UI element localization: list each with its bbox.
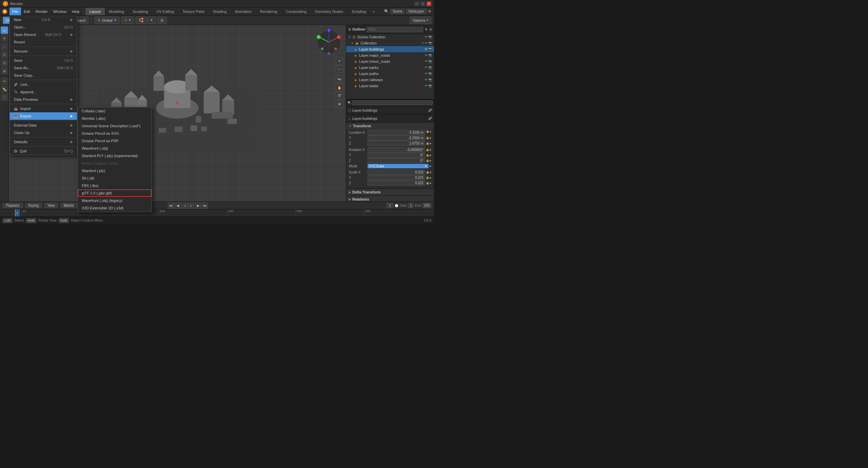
tab-texture-paint[interactable]: Texture Paint [178,8,208,15]
location-y-lock[interactable]: 🔒 [426,136,429,139]
layer-railways-camera[interactable]: 📷 [428,78,432,81]
tab-sculpting[interactable]: Sculpting [129,8,152,15]
export-stanford-ply-exp[interactable]: Stanford PLY (.ply) (experimental) [78,152,152,160]
file-menu-item[interactable]: File [9,7,21,15]
help-menu-item[interactable]: Help [69,7,82,15]
tab-modeling[interactable]: Modeling [105,8,129,15]
rotation-y-field[interactable]: 0° [368,153,425,158]
layer-parks-item[interactable]: ◈ Layer:parks 👁 📷 [346,64,434,71]
rotation-z-lock[interactable]: 🔒 [426,159,429,162]
zoom-out-button[interactable]: − [336,65,343,73]
location-x-field[interactable]: 4.3206 m [368,130,425,135]
export-x3d[interactable]: X3D Extensible 3D (.x3d) [78,204,152,212]
zoom-in-button[interactable]: + [336,57,343,65]
layer-railways-eye[interactable]: 👁 [425,78,428,81]
menu-import[interactable]: 📥 Import ▶ [10,105,77,112]
export-alembic[interactable]: Alembic (.abc) [78,115,152,122]
object-link-icon[interactable]: 🔗 [428,109,432,112]
export-usd[interactable]: Universal Scene Description (.usd*) [78,122,152,130]
menu-recover[interactable]: Recover ▶ [10,48,77,55]
export-wavefront-legacy[interactable]: Wavefront (.obj) (legacy) [78,197,152,204]
collection-eye-icon[interactable]: 👁 [425,41,428,45]
layer-paths-item[interactable]: ◈ Layer:paths 👁 📷 [346,71,434,77]
layer-buildings-eye[interactable]: 👁 [425,48,428,51]
playback-btn[interactable]: Playback [3,203,23,208]
rotation-mode-anim[interactable]: ◆ [429,165,431,168]
tab-uv-editing[interactable]: UV Editing [152,8,178,15]
end-frame-field[interactable]: 250 [422,203,431,208]
scale-x-anim[interactable]: ◆ [429,171,431,174]
layer-parks-eye[interactable]: 👁 [425,66,428,69]
step-back-button[interactable]: ◀ [175,203,181,209]
navigation-gizmo[interactable]: X Y Z [315,29,342,56]
scale-y-lock[interactable]: 🔒 [426,176,429,179]
tab-animation[interactable]: Animation [231,8,256,15]
tab-rendering[interactable]: Rendering [256,8,281,15]
select-tool[interactable]: ▭ [1,26,8,34]
layer-water-eye[interactable]: 👁 [425,84,428,88]
outliner-search[interactable] [367,27,423,32]
export-fbx[interactable]: FBX (.fbx) [78,182,152,189]
menu-defaults[interactable]: Defaults ▶ [10,138,77,146]
pan-button[interactable]: ✋ [336,84,343,91]
rotation-x-anim[interactable]: ◆ [429,148,431,151]
current-frame-display[interactable]: 1 [387,203,393,208]
export-collada[interactable]: Collada (.dae) [78,107,152,115]
scale-z-anim[interactable]: ◆ [429,182,431,185]
tab-compositing[interactable]: Compositing [282,8,311,15]
jump-start-button[interactable]: ⏮ [168,203,174,209]
rotation-z-anim[interactable]: ◆ [429,159,431,162]
annotate-tool[interactable]: ✏ [1,77,8,85]
menu-export[interactable]: 📤 Export ▶ [10,112,77,120]
data-link-icon[interactable]: 🔗 [428,117,432,120]
menu-save[interactable]: Save Ctrl S [10,57,77,64]
rotation-y-lock[interactable]: 🔒 [426,154,429,157]
layer-water-camera[interactable]: 📷 [428,84,432,88]
scene-collection-item[interactable]: ▼ ⊡ Scene Collection 👁 📷 [346,34,434,40]
menu-save-copy[interactable]: Save Copy... [10,72,77,79]
layer-buildings-camera[interactable]: 📷 [428,48,432,51]
move-tool[interactable]: ↔ [1,43,8,50]
scale-y-field[interactable]: 0.025 [368,175,425,180]
scale-z-field[interactable]: 0.025 [368,181,425,186]
outliner-options-icon[interactable]: ⊟ [429,27,432,31]
layer-paths-eye[interactable]: 👁 [425,72,428,75]
rotation-z-field[interactable]: 0° [368,158,425,163]
window-menu-item[interactable]: Window [51,7,69,15]
scale-tool[interactable]: ⊡ [1,59,8,67]
collection-item[interactable]: ▼ ▣ Collection ▽ 👁 📷 [346,40,434,46]
measure-tool[interactable]: 📏 [1,86,8,93]
delta-transform-header[interactable]: ▶ Delta Transform [346,189,434,195]
layer-railways-item[interactable]: ◈ Layer:railways 👁 📷 [346,77,434,83]
export-stl[interactable]: Stl (.stl) [78,174,152,182]
search-icon[interactable]: 🔍 [384,9,389,14]
outliner-filter-icon[interactable]: ▼ [425,27,428,31]
view-layer-selector[interactable]: ViewLayer [406,9,427,14]
cursor-tool[interactable]: ✛ [1,35,8,42]
tab-add[interactable]: + [371,8,377,15]
marker-btn[interactable]: Marker [61,203,77,208]
camera-view-button[interactable]: 📷 [336,76,343,83]
rotation-x-lock[interactable]: 🔒 [426,148,429,151]
transform-section-header[interactable]: ▼ Transform [346,123,434,129]
keying-btn[interactable]: Keying [25,203,42,208]
render-icon[interactable]: 🎬 [336,92,343,99]
location-z-anim[interactable]: ◆ [429,142,431,145]
scale-z-lock[interactable]: 🔒 [426,182,429,185]
close-button[interactable]: ✕ [427,1,431,6]
transform-tool[interactable]: ⊞ [1,67,8,75]
menu-open[interactable]: Open... Ctrl O [10,23,77,31]
props-search-icon[interactable]: 🔍 [348,101,351,105]
menu-quit[interactable]: ⏻ Quit Ctrl Q [10,147,77,155]
scene-restrict-render-icon[interactable]: 📷 [428,35,432,39]
menu-open-recent[interactable]: Open Recent Shift Ctrl O ▶ [10,31,77,38]
collection-camera-icon[interactable]: 📷 [428,41,432,45]
export-grease-svg[interactable]: Grease Pencil as SVG [78,130,152,137]
view-btn[interactable]: View [44,203,58,208]
export-gltf[interactable]: glTF 2.0 (.glb/.gltf) [78,189,152,197]
add-cube-tool[interactable]: ⬛ [1,94,8,101]
scale-y-anim[interactable]: ◆ [429,176,431,179]
tab-layout[interactable]: Layout [85,8,105,15]
tab-geometry-nodes[interactable]: Geometry Nodes [311,8,347,15]
rotate-tool[interactable]: ↻ [1,51,8,58]
